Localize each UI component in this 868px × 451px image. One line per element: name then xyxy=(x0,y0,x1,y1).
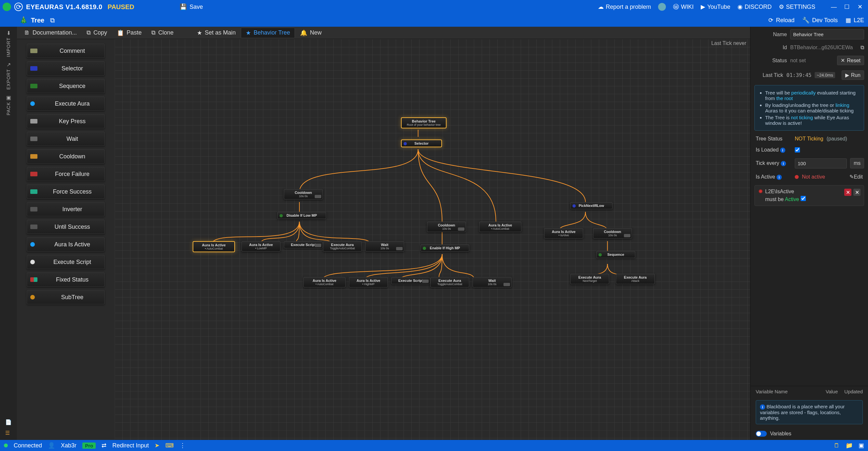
app-title: EYEAURAS V1.4.6819.0 xyxy=(26,3,102,11)
node-cooldown-2[interactable]: Cooldown 10s 0s xyxy=(427,222,466,232)
paste-button[interactable]: 📋Paste xyxy=(112,28,146,38)
import-button[interactable]: ⬇IMPORT xyxy=(6,30,11,57)
node-disable-low-mp[interactable]: Disable If Low MP xyxy=(277,212,326,219)
more-icon[interactable]: ⋮ xyxy=(180,442,186,449)
node-execute-aura-4[interactable]: Execute Aura Attack xyxy=(616,274,655,284)
node-aura-active-3[interactable]: Aura Is Active • AutoCombat xyxy=(303,277,346,287)
node-execute-script-1[interactable]: Execute Script xyxy=(284,241,323,248)
save-button[interactable]: 💾 Save xyxy=(180,3,203,10)
doc-label: Documentation... xyxy=(33,29,77,36)
node-execute-aura-2[interactable]: Execute Aura ToggleAutoCombat xyxy=(430,277,469,287)
node-selector[interactable]: Selector xyxy=(401,139,442,147)
documentation-button[interactable]: 🗎Documentation... xyxy=(20,28,81,37)
node-sequence-3[interactable]: Sequence xyxy=(596,251,635,258)
node-aura-active-2[interactable]: Aura Is Active • LowMP xyxy=(242,241,281,252)
node-cooldown-1[interactable]: Cooldown 10s 0s xyxy=(284,189,323,199)
node-execute-aura-3[interactable]: Execute Aura NextTarget xyxy=(570,274,609,284)
node-pick-next[interactable]: PickNextIfILow xyxy=(570,202,613,209)
node-wait-2[interactable]: Wait 10s 0s xyxy=(472,277,512,287)
node-aura-active-5[interactable]: Aura Is Active • AutoCombat xyxy=(479,222,521,232)
name-input[interactable] xyxy=(790,29,864,39)
info-icon[interactable]: i xyxy=(781,161,786,166)
new-button[interactable]: 🔔New xyxy=(296,28,326,38)
new-icon: 🔔 xyxy=(300,29,307,36)
sequence-icon xyxy=(423,247,426,250)
node-aura-active-6[interactable]: Aura Is Active • IsAlive xyxy=(544,228,583,238)
list-icon[interactable]: ☰ xyxy=(5,430,12,436)
node-execute-aura-1[interactable]: Execute Aura ToggleAutoCombat xyxy=(323,241,362,252)
edit-button[interactable]: ✎Edit xyxy=(849,174,863,180)
discord-link[interactable]: ◉DISCORD xyxy=(738,3,772,10)
maximize-button[interactable]: ☐ xyxy=(841,3,852,11)
remove-condition-button[interactable]: ✕ xyxy=(844,189,851,196)
node-cooldown-3[interactable]: Cooldown 10s 0s xyxy=(593,228,632,238)
palette-cooldown[interactable]: Cooldown xyxy=(27,149,105,164)
palette-fixed-status[interactable]: Fixed Status xyxy=(27,273,105,287)
behavior-tree-tab[interactable]: ★Behavior Tree xyxy=(241,28,295,38)
graph-canvas[interactable]: Last Tick never xyxy=(115,39,750,440)
blackboard-text: Blackboard is a place where all your var… xyxy=(760,404,844,421)
avatar-icon[interactable] xyxy=(658,3,666,11)
info-icon[interactable]: i xyxy=(777,175,782,180)
terminal-icon[interactable]: ▣ xyxy=(859,442,864,449)
folder-icon[interactable]: 📁 xyxy=(845,442,853,449)
copy-tree-icon[interactable]: ⧉ xyxy=(50,17,55,24)
cursor-icon[interactable]: ➤ xyxy=(155,442,159,449)
palette-wait[interactable]: Wait xyxy=(27,132,105,146)
settings-link[interactable]: ⚙SETTINGS xyxy=(779,3,815,10)
set-as-main-button[interactable]: ★Set as Main xyxy=(192,28,240,38)
note-icon[interactable]: 🗒 xyxy=(834,442,840,449)
close-button[interactable]: ✕ xyxy=(854,3,865,11)
node-execute-script-2[interactable]: Execute Script xyxy=(391,277,430,284)
clone-button[interactable]: ⧉Clone xyxy=(147,28,178,37)
copy-button[interactable]: ⧉Copy xyxy=(82,28,112,37)
tickevery-input[interactable] xyxy=(795,158,847,168)
l2e-button[interactable]: ▦L2E xyxy=(845,17,864,24)
redirect-label[interactable]: Redirect Input xyxy=(112,442,149,449)
palette-execute-aura[interactable]: Execute Aura xyxy=(27,96,105,111)
close-condition-button[interactable]: ✕ xyxy=(854,189,861,196)
condition-card[interactable]: ✕ ✕ L2E\IsActive must be Active xyxy=(754,185,864,206)
isloaded-checkbox[interactable] xyxy=(795,147,800,152)
tickevery-label: Tick every xyxy=(756,160,779,166)
palette-key-press[interactable]: Key Press xyxy=(27,114,105,129)
palette-force-failure[interactable]: Force Failure xyxy=(27,167,105,181)
doc-icon[interactable]: 📄 xyxy=(5,419,12,425)
palette-until-success[interactable]: Until Success xyxy=(27,220,105,234)
export-button[interactable]: ↗EXPORT xyxy=(6,62,11,90)
minimize-button[interactable]: — xyxy=(828,3,839,11)
palette-force-success[interactable]: Force Success xyxy=(27,185,105,199)
palette-aura-is-active[interactable]: Aura Is Active xyxy=(27,237,105,252)
wiki-link[interactable]: ⓌWIKI xyxy=(673,3,693,11)
badge-icon xyxy=(396,247,403,250)
reset-button[interactable]: ✕Reset xyxy=(837,56,864,65)
youtube-link[interactable]: ▶YouTube xyxy=(701,3,730,10)
devtools-button[interactable]: 🔧Dev Tools xyxy=(802,17,838,24)
condition-checkbox[interactable] xyxy=(801,196,806,201)
pack-button[interactable]: ▣PACK xyxy=(6,94,11,115)
sequence-icon xyxy=(280,214,283,217)
node-aura-active-4[interactable]: Aura Is Active • HighMP xyxy=(349,277,388,287)
variables-switch[interactable] xyxy=(756,431,767,436)
palette-selector[interactable]: Selector xyxy=(27,61,105,76)
info-icon[interactable]: i xyxy=(780,148,785,153)
reload-button[interactable]: ⟳Reload xyxy=(768,17,795,24)
copy-id-icon[interactable]: ⧉ xyxy=(861,45,864,51)
palette-comment[interactable]: Comment xyxy=(27,44,105,58)
node-wait-1[interactable]: Wait 10s 0s xyxy=(365,241,404,252)
palette-execute-script[interactable]: Execute Script xyxy=(27,255,105,269)
node-enable-high-mp[interactable]: Enable If High MP xyxy=(421,245,469,252)
palette-sequence[interactable]: Sequence xyxy=(27,79,105,93)
selector-icon xyxy=(404,142,407,145)
node-aura-active-1[interactable]: Aura Is Active • AutoCombat xyxy=(193,241,235,252)
palette-inverter[interactable]: Inverter xyxy=(27,202,105,216)
node-root[interactable]: Behavior Tree Root of your behavior tree xyxy=(401,117,446,129)
palette-subtree[interactable]: SubTree xyxy=(27,290,105,304)
lasttick-badge: ~24.0ms xyxy=(815,72,835,78)
run-button[interactable]: ▶Run xyxy=(842,71,864,80)
palette-label: Fixed Status xyxy=(56,276,89,283)
keyboard-icon[interactable]: ⌨ xyxy=(165,442,174,449)
edit-icon: ✎ xyxy=(849,174,854,179)
selector-icon xyxy=(30,66,37,71)
report-problem-link[interactable]: ☁Report a problem xyxy=(598,3,651,10)
